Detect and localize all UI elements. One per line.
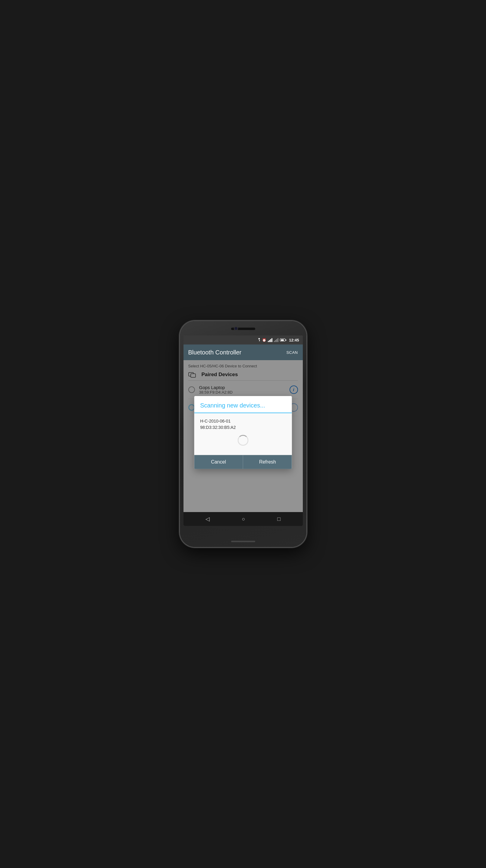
signal-full-icon xyxy=(268,338,272,342)
dialog-body: H-C-2010-06-01 98:D3:32:30:B5:A2 xyxy=(194,413,292,455)
phone-bottom-bar xyxy=(231,541,255,542)
scan-button[interactable]: SCAN xyxy=(286,350,298,355)
dialog-header: Scanning new devices... xyxy=(194,396,292,413)
cancel-button[interactable]: Cancel xyxy=(194,455,243,469)
app-bar: Bluetooth Controller SCAN xyxy=(184,344,303,360)
phone-camera xyxy=(234,327,238,331)
back-button[interactable]: ◁ xyxy=(205,516,210,522)
app-bar-title: Bluetooth Controller xyxy=(188,349,241,356)
phone-screen: ⏰ xyxy=(184,336,303,526)
bluetooth-status-icon xyxy=(258,338,261,342)
phone-device: ⏰ xyxy=(180,321,306,547)
battery-icon xyxy=(280,338,286,341)
bottom-nav: ◁ ○ □ xyxy=(184,512,303,526)
spinner-container xyxy=(200,431,286,450)
status-bar: ⏰ xyxy=(184,336,303,344)
scanned-device-name: H-C-2010-06-01 98:D3:32:30:B5:A2 xyxy=(200,418,286,431)
status-time: 12:45 xyxy=(289,338,299,342)
loading-spinner xyxy=(238,435,249,446)
home-button[interactable]: ○ xyxy=(242,516,245,522)
signal-outline-icon xyxy=(274,338,279,342)
refresh-button[interactable]: Refresh xyxy=(243,455,292,469)
main-content: Select HC-05/HC-06 Device to Connect Pai… xyxy=(184,360,303,512)
alarm-status-icon: ⏰ xyxy=(262,338,266,342)
dialog-buttons: Cancel Refresh xyxy=(194,455,292,469)
scan-dialog: Scanning new devices... H-C-2010-06-01 9… xyxy=(194,396,292,469)
dialog-title: Scanning new devices... xyxy=(200,402,265,409)
recents-button[interactable]: □ xyxy=(277,516,281,522)
status-icons: ⏰ xyxy=(258,338,299,342)
